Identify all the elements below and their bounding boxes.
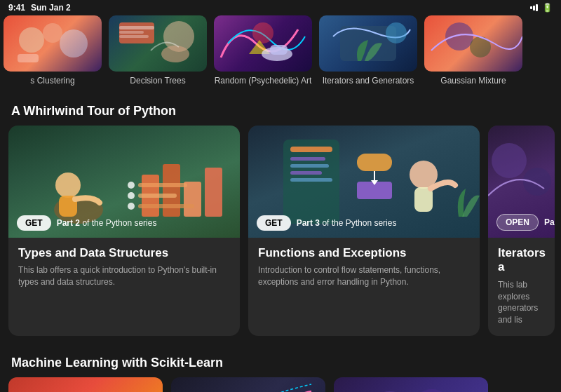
- svg-rect-24: [205, 168, 222, 217]
- python-section-title: A Whirlwind Tour of Python: [11, 104, 176, 118]
- top-card-label-clustering: s Clustering: [30, 76, 74, 86]
- top-card-label-random-art: Random (Psychedelic) Art: [215, 76, 312, 86]
- gaussian-illustration: [424, 15, 522, 72]
- card-badge-types-data: GET Part 2 of the Python series: [17, 215, 156, 231]
- ml-card-2[interactable]: [171, 377, 325, 392]
- random-art-illustration: [214, 15, 312, 72]
- card-title-functions-exceptions: Functions and Exceptions: [258, 246, 470, 260]
- ml-card-1[interactable]: [8, 377, 163, 392]
- svg-point-3: [60, 29, 88, 58]
- status-right: 🔋: [530, 3, 553, 13]
- status-time: 9:41: [8, 3, 25, 13]
- python-cards-row: GET Part 2 of the Python series Types an…: [0, 126, 561, 336]
- card-body-iterators-partial: Iterators a This lab explores generators…: [488, 238, 555, 336]
- card-body-types-data: Types and Data Structures This lab offer…: [8, 238, 240, 298]
- svg-rect-22: [163, 164, 180, 217]
- python-section-header: A Whirlwind Tour of Python: [0, 94, 561, 126]
- card-iterators-partial[interactable]: OPEN Par Iterators a This lab explores g…: [488, 126, 555, 336]
- svg-rect-7: [119, 35, 149, 38]
- svg-point-42: [492, 143, 527, 178]
- top-card-img-decision-trees: [109, 15, 207, 72]
- ml-card-3-illustration: [334, 377, 488, 392]
- svg-rect-29: [138, 194, 177, 198]
- svg-point-25: [128, 182, 135, 189]
- top-card-label-gaussian: Gaussian Mixture: [440, 76, 506, 86]
- ml-section: Machine Learning with Scikit-Learn: [0, 346, 561, 392]
- top-card-clustering[interactable]: s Clustering: [0, 15, 105, 86]
- top-card-decision-trees[interactable]: Decision Trees: [105, 15, 210, 86]
- svg-point-15: [445, 22, 473, 50]
- card-title-types-data: Types and Data Structures: [18, 246, 230, 260]
- top-card-iterators[interactable]: Iterators and Generators: [316, 15, 421, 86]
- svg-rect-35: [290, 171, 322, 175]
- top-card-img-gaussian: [424, 15, 522, 72]
- card-types-data[interactable]: GET Part 2 of the Python series Types an…: [8, 126, 240, 336]
- svg-point-1: [43, 23, 62, 43]
- ml-section-title: Machine Learning with Scikit-Learn: [11, 356, 223, 370]
- card-desc-iterators-partial: This lab explores generators and lis: [498, 279, 545, 326]
- get-button-types-data[interactable]: GET: [17, 215, 51, 231]
- svg-rect-36: [290, 178, 332, 182]
- ml-cards-row: [0, 377, 561, 392]
- svg-rect-6: [119, 31, 144, 34]
- svg-point-14: [386, 22, 407, 43]
- svg-rect-32: [290, 147, 332, 152]
- get-button-functions-exceptions[interactable]: GET: [257, 215, 291, 231]
- svg-point-19: [55, 173, 81, 198]
- card-body-functions-exceptions: Functions and Exceptions Introduction to…: [248, 238, 480, 298]
- series-label-functions-exceptions: Part 3 of the Python series: [297, 218, 397, 228]
- open-button-iterators-partial[interactable]: OPEN: [496, 214, 539, 231]
- svg-point-53: [412, 389, 452, 392]
- card-badge-functions-exceptions: GET Part 3 of the Python series: [257, 215, 396, 231]
- top-scroll-section: s Clustering Decision Trees: [0, 15, 561, 94]
- svg-rect-34: [290, 164, 329, 168]
- top-card-img-random-art: [214, 15, 312, 72]
- card-image-types-data: GET Part 2 of the Python series: [8, 126, 240, 238]
- status-bar: 9:41 Sun Jan 2 🔋: [0, 0, 561, 15]
- svg-point-10: [252, 22, 273, 43]
- ml-card-3[interactable]: [334, 377, 488, 392]
- series-label-types-data: Part 2 of the Python series: [57, 218, 157, 228]
- ml-section-header: Machine Learning with Scikit-Learn: [0, 346, 561, 377]
- svg-rect-30: [138, 204, 194, 208]
- card-image-functions-exceptions: GET Part 3 of the Python series: [248, 126, 480, 238]
- top-card-label-iterators: Iterators and Generators: [323, 76, 414, 86]
- top-card-img-clustering: [4, 15, 102, 72]
- ml-card-1-illustration: [8, 377, 163, 392]
- top-card-img-iterators: [319, 15, 417, 72]
- battery-icon: 🔋: [542, 3, 553, 13]
- top-card-label-decision-trees: Decision Trees: [130, 76, 185, 86]
- svg-rect-12: [270, 45, 288, 55]
- svg-rect-28: [138, 183, 187, 187]
- series-label-iterators-partial: Par: [544, 217, 555, 227]
- decision-trees-illustration: [109, 15, 207, 72]
- wifi-icon: [530, 4, 538, 11]
- card-desc-functions-exceptions: Introduction to control flow statements,…: [258, 264, 470, 288]
- card-badge-iterators-partial: OPEN Par: [496, 214, 555, 231]
- top-card-random-art[interactable]: Random (Psychedelic) Art: [210, 15, 316, 86]
- svg-point-9: [161, 46, 189, 62]
- svg-point-43: [523, 168, 551, 196]
- status-date: Sun Jan 2: [31, 3, 71, 13]
- card-image-iterators-partial: OPEN Par: [488, 126, 555, 238]
- clustering-illustration: [4, 15, 102, 72]
- svg-rect-33: [290, 157, 325, 161]
- svg-rect-2: [18, 54, 39, 62]
- svg-point-27: [128, 203, 135, 210]
- top-card-gaussian[interactable]: Gaussian Mixture: [421, 15, 526, 86]
- svg-rect-23: [184, 182, 201, 217]
- card-title-iterators-partial: Iterators a: [498, 246, 545, 275]
- card-functions-exceptions[interactable]: GET Part 3 of the Python series Function…: [248, 126, 480, 336]
- card-desc-types-data: This lab offers a quick introduction to …: [18, 264, 230, 288]
- svg-point-26: [128, 192, 135, 199]
- iterators-illustration: [319, 15, 417, 72]
- svg-rect-5: [119, 26, 154, 29]
- ml-card-2-illustration: [171, 377, 325, 392]
- svg-rect-37: [357, 154, 392, 171]
- svg-point-0: [19, 27, 44, 53]
